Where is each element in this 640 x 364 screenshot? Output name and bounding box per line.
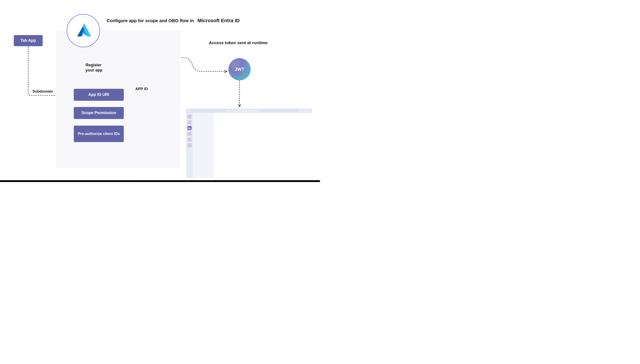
node-app-id-uri-label: App ID URI — [88, 92, 109, 97]
rail-chip — [187, 120, 191, 124]
app-window-rail — [186, 113, 193, 178]
azure-icon — [74, 21, 93, 40]
svg-point-3 — [190, 128, 190, 128]
node-tab-app-label: Tab App — [21, 38, 36, 43]
bottom-bar — [0, 180, 320, 182]
rail-chip — [187, 132, 191, 136]
register-label: Register your app — [86, 62, 102, 72]
page-title: Configure app for scope and OBO flow in … — [107, 18, 240, 24]
node-app-id-uri: App ID URI — [74, 89, 124, 101]
app-window-sidepanel — [193, 113, 214, 178]
app-window-content — [214, 113, 312, 178]
diagram-stage: Configure app for scope and OBO flow in … — [0, 0, 320, 182]
rail-chip — [187, 138, 191, 142]
node-pre-authorize-label: Pre-authorize client IDs — [78, 132, 120, 136]
svg-point-2 — [188, 127, 189, 128]
rail-chip — [187, 144, 191, 148]
runtime-heading: Access token sent at runtime — [209, 40, 268, 45]
node-pre-authorize: Pre-authorize client IDs — [74, 126, 124, 142]
jwt-node: JWT — [229, 58, 251, 80]
node-scope-permission-label: Scope Permission — [81, 110, 116, 116]
azure-logo-circle — [67, 14, 100, 47]
rail-chip-teams — [187, 126, 191, 130]
edge-label-subdomain: Subdomain — [32, 89, 54, 94]
app-window-titlebar — [186, 109, 312, 113]
node-tab-app: Tab App — [14, 35, 43, 46]
page-title-prefix: Configure app for scope and OBO flow in — [107, 18, 194, 23]
rail-chip — [187, 114, 191, 118]
page-title-brand: Microsoft Entra ID — [197, 18, 240, 23]
teams-app-window — [186, 109, 312, 178]
node-scope-permission: Scope Permission — [74, 107, 124, 119]
jwt-label: JWT — [235, 67, 245, 72]
edge-label-app-id: APP ID — [135, 87, 148, 91]
